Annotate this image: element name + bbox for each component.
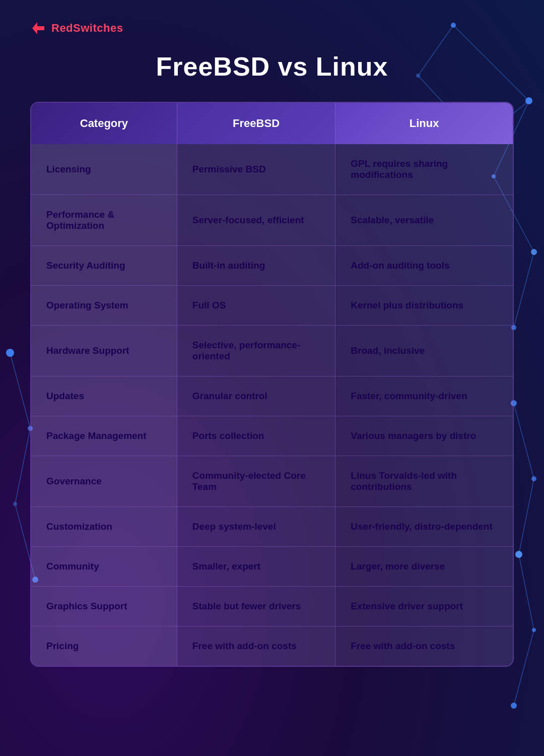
cell-freebsd: Permissive BSD: [177, 144, 335, 195]
logo-area: RedSwitches: [30, 20, 514, 36]
table-row: Security AuditingBuilt-in auditingAdd-on…: [31, 246, 513, 286]
table-row: CommunitySmaller, expertLarger, more div…: [31, 547, 513, 587]
cell-category: Updates: [31, 376, 177, 416]
cell-linux: Various managers by distro: [335, 416, 513, 456]
cell-category: Licensing: [31, 144, 177, 195]
cell-freebsd: Full OS: [177, 286, 335, 326]
table-header-row: Category FreeBSD Linux: [31, 103, 513, 144]
cell-freebsd: Free with add-on costs: [177, 626, 335, 666]
cell-linux: Add-on auditing tools: [335, 246, 513, 286]
cell-category: Operating System: [31, 286, 177, 326]
cell-linux: Linus Torvalds-led with contributions: [335, 456, 513, 507]
cell-linux: Scalable, versatile: [335, 195, 513, 246]
table-row: LicensingPermissive BSDGPL requires shar…: [31, 144, 513, 195]
cell-category: Hardware Support: [31, 326, 177, 376]
cell-category: Pricing: [31, 626, 177, 666]
cell-linux: GPL requires sharing modifications: [335, 144, 513, 195]
cell-freebsd: Stable but fewer drivers: [177, 587, 335, 626]
table-row: CustomizationDeep system-levelUser-frien…: [31, 507, 513, 547]
table-row: Package ManagementPorts collectionVariou…: [31, 416, 513, 456]
cell-linux: Kernel plus distributions: [335, 286, 513, 326]
header-freebsd: FreeBSD: [177, 103, 335, 144]
table-row: Operating SystemFull OSKernel plus distr…: [31, 286, 513, 326]
cell-freebsd: Ports collection: [177, 416, 335, 456]
table-row: Graphics SupportStable but fewer drivers…: [31, 587, 513, 626]
cell-linux: Larger, more diverse: [335, 547, 513, 587]
page-title: FreeBSD vs Linux: [30, 51, 514, 82]
cell-category: Graphics Support: [31, 587, 177, 626]
cell-freebsd: Community-elected Core Team: [177, 456, 335, 507]
brand-name: RedSwitches: [51, 22, 123, 35]
cell-linux: Faster, community-driven: [335, 376, 513, 416]
cell-freebsd: Deep system-level: [177, 507, 335, 547]
cell-category: Governance: [31, 456, 177, 507]
table-row: Hardware SupportSelective, performance-o…: [31, 326, 513, 376]
header-linux: Linux: [335, 103, 513, 144]
cell-linux: Extensive driver support: [335, 587, 513, 626]
cell-linux: Broad, inclusive: [335, 326, 513, 376]
table-row: GovernanceCommunity-elected Core TeamLin…: [31, 456, 513, 507]
svg-point-25: [511, 703, 517, 709]
cell-freebsd: Granular control: [177, 376, 335, 416]
cell-linux: Free with add-on costs: [335, 626, 513, 666]
table-row: Performance & OptimizationServer-focused…: [31, 195, 513, 246]
cell-linux: User-friendly, distro-dependent: [335, 507, 513, 547]
table-row: PricingFree with add-on costsFree with a…: [31, 626, 513, 666]
cell-category: Community: [31, 547, 177, 587]
cell-freebsd: Smaller, expert: [177, 547, 335, 587]
cell-freebsd: Selective, performance-oriented: [177, 326, 335, 376]
cell-freebsd: Server-focused, efficient: [177, 195, 335, 246]
cell-category: Performance & Optimization: [31, 195, 177, 246]
cell-freebsd: Built-in auditing: [177, 246, 335, 286]
comparison-table: Category FreeBSD Linux LicensingPermissi…: [30, 102, 514, 667]
cell-category: Package Management: [31, 416, 177, 456]
redswitches-logo-icon: [30, 20, 46, 36]
svg-marker-30: [32, 22, 44, 34]
cell-category: Security Auditing: [31, 246, 177, 286]
table-row: UpdatesGranular controlFaster, community…: [31, 376, 513, 416]
cell-category: Customization: [31, 507, 177, 547]
header-category: Category: [31, 103, 177, 144]
